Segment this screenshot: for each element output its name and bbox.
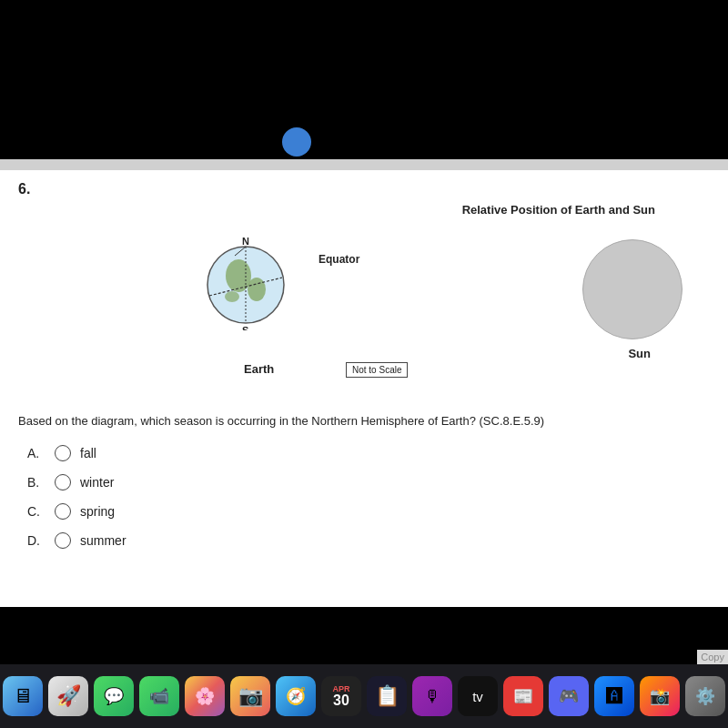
calendar-icon[interactable]: APR 30 <box>321 676 361 716</box>
blue-circle-button[interactable] <box>282 127 311 157</box>
option-d[interactable]: D. summer <box>27 532 710 549</box>
option-b-radio[interactable] <box>55 474 71 490</box>
date-day: 30 <box>333 693 349 708</box>
top-black-area <box>0 0 728 159</box>
photos-icon[interactable]: 🌸 <box>185 676 225 716</box>
earth-svg: N S <box>200 230 291 330</box>
appletv-icon[interactable]: tv <box>458 676 498 716</box>
option-d-letter: D. <box>27 533 46 548</box>
svg-point-2 <box>248 278 266 301</box>
option-d-radio[interactable] <box>55 532 71 549</box>
option-a-letter: A. <box>27 446 46 460</box>
extra-icon-1[interactable]: 📷 <box>230 676 270 716</box>
not-to-scale-label: Not to Scale <box>346 362 408 378</box>
option-b[interactable]: B. winter <box>27 474 710 490</box>
svg-text:S: S <box>242 325 248 330</box>
diagram-title: Relative Position of Earth and Sun <box>462 203 655 217</box>
svg-point-1 <box>226 259 251 292</box>
svg-text:N: N <box>242 236 249 247</box>
safari-icon[interactable]: 🧭 <box>276 676 316 716</box>
diagram-area: Relative Position of Earth and Sun N S <box>18 203 710 403</box>
option-b-letter: B. <box>27 475 46 490</box>
earth-diagram: N S <box>200 230 291 334</box>
option-a-radio[interactable] <box>55 445 71 461</box>
earth-label: Earth <box>244 362 274 376</box>
news-icon[interactable]: 📰 <box>503 676 543 716</box>
podcast-icon[interactable]: 🎙 <box>412 676 452 716</box>
option-b-label: winter <box>80 475 114 490</box>
launchpad-icon[interactable]: 🚀 <box>48 676 88 716</box>
option-d-label: summer <box>80 533 126 548</box>
option-c-letter: C. <box>27 504 46 519</box>
option-c-label: spring <box>80 504 115 519</box>
question-number: 6. <box>18 181 710 197</box>
answer-options: A. fall B. winter C. spring D. summer <box>18 445 710 549</box>
main-content: 6. Relative Position of Earth and Sun N … <box>0 170 728 607</box>
messages-icon[interactable]: 💬 <box>94 676 134 716</box>
option-c-radio[interactable] <box>55 503 71 520</box>
sun-label: Sun <box>628 347 651 360</box>
sun-circle <box>582 239 682 339</box>
question-text: Based on the diagram, which season is oc… <box>18 412 710 430</box>
option-a-label: fall <box>80 446 96 460</box>
sun-diagram <box>582 239 682 339</box>
option-c[interactable]: C. spring <box>27 503 710 520</box>
system-prefs-icon[interactable]: ⚙️ <box>685 676 725 716</box>
svg-point-3 <box>225 291 239 302</box>
equator-label: Equator <box>318 253 359 266</box>
appstore-icon[interactable]: 🅰 <box>594 676 634 716</box>
discord-icon[interactable]: 🎮 <box>549 676 589 716</box>
taskbar-date: APR 30 <box>332 684 349 708</box>
taskbar: 🖥 🚀 💬 📹 🌸 📷 🧭 APR 30 📋 🎙 tv 📰 🎮 🅰 📸 ⚙️ <box>0 664 728 728</box>
finder-icon[interactable]: 🖥 <box>3 676 43 716</box>
browser-strip <box>0 159 728 170</box>
photos2-icon[interactable]: 📸 <box>640 676 680 716</box>
copy-label: Copy <box>697 650 728 664</box>
reminders-icon[interactable]: 📋 <box>367 676 407 716</box>
facetime-icon[interactable]: 📹 <box>139 676 179 716</box>
option-a[interactable]: A. fall <box>27 445 710 461</box>
